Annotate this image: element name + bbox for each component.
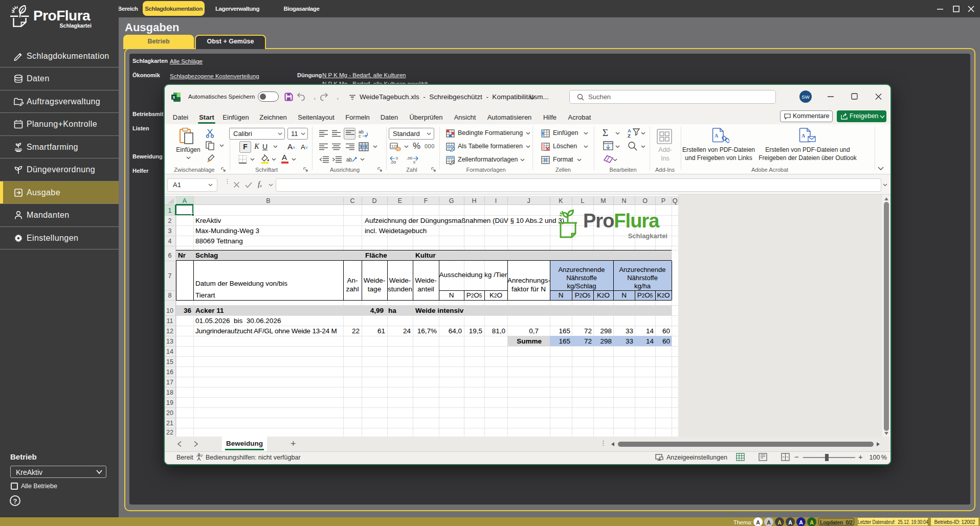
svg-text:x: x (172, 95, 175, 100)
svg-text:0: 0 (396, 156, 398, 160)
svg-text:,00: ,00 (390, 160, 396, 164)
svg-text:A: A (801, 133, 806, 139)
svg-text:c: c (359, 133, 361, 138)
svg-text:,00: ,00 (407, 156, 413, 161)
svg-text:0: 0 (413, 161, 415, 164)
svg-text:ab: ab (346, 157, 352, 163)
svg-text:?: ? (201, 453, 203, 458)
svg-text:A: A (715, 133, 719, 139)
svg-text:Z: Z (628, 133, 631, 138)
